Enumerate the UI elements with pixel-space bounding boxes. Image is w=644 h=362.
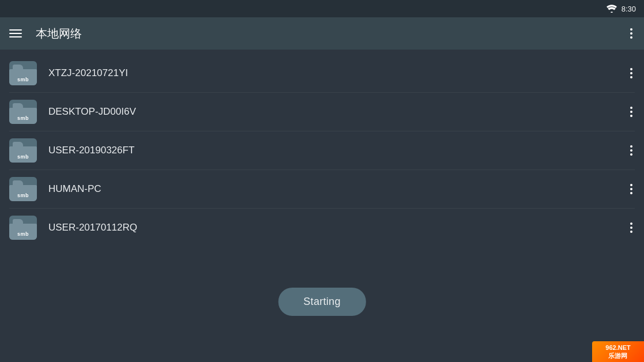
wifi-icon [607,5,617,13]
app-bar-more-button[interactable] [628,26,635,41]
smb-folder-icon: smb [9,61,37,85]
list-item[interactable]: smb XTZJ-20210721YI [0,54,644,92]
status-bar: 8:30 [0,0,644,17]
watermark-text: 962.NET 乐游网 [605,344,630,360]
status-bar-right: 8:30 [607,5,636,13]
item-more-button[interactable] [628,143,635,158]
watermark: 962.NET 乐游网 [592,341,644,362]
network-item-name: XTZJ-20210721YI [48,67,628,79]
item-more-button[interactable] [628,182,635,197]
starting-button[interactable]: Starting [278,288,366,316]
smb-folder-icon: smb [9,216,37,240]
hamburger-menu-button[interactable] [9,29,22,37]
app-bar: 本地网络 [0,17,644,50]
smb-folder-icon: smb [9,138,37,163]
smb-folder-icon: smb [9,177,37,201]
list-item[interactable]: smb DESKTOP-JD00I6V [0,93,644,131]
list-item[interactable]: smb USER-20170112RQ [0,209,644,247]
status-time: 8:30 [622,5,636,13]
item-more-button[interactable] [628,104,635,119]
item-more-button[interactable] [628,66,635,81]
list-item[interactable]: smb HUMAN-PC [0,170,644,208]
network-item-name: HUMAN-PC [48,183,628,195]
starting-button-container: Starting [278,288,366,316]
list-item[interactable]: smb USER-20190326FT [0,131,644,169]
network-list: smb XTZJ-20210721YI smb DESKTOP-JD00I6V … [0,50,644,251]
smb-folder-icon: smb [9,100,37,124]
network-item-name: USER-20170112RQ [48,222,628,233]
page-title: 本地网络 [36,26,614,42]
network-item-name: USER-20190326FT [48,145,628,156]
network-item-name: DESKTOP-JD00I6V [48,106,628,118]
item-more-button[interactable] [628,220,635,235]
